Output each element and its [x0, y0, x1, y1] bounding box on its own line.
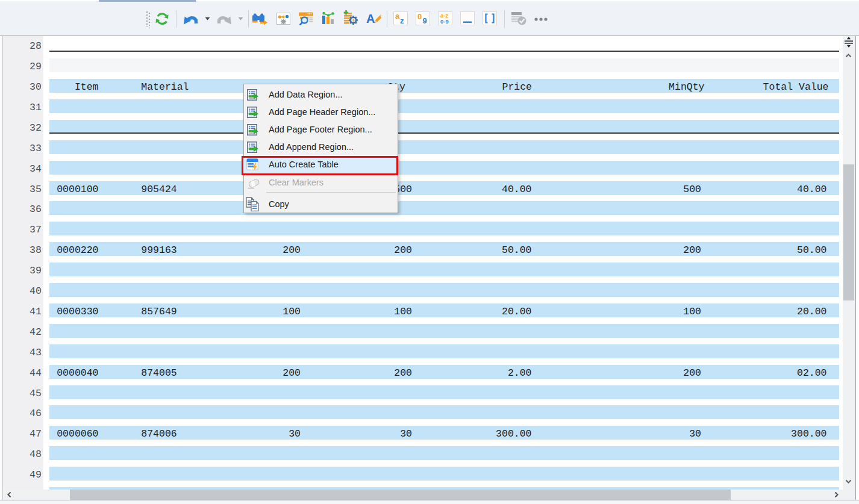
- svg-text:A: A: [366, 13, 375, 25]
- svg-text:z: z: [400, 16, 404, 25]
- svg-text:a: a: [395, 11, 400, 20]
- svg-text:0: 0: [417, 12, 422, 21]
- svg-text:0-9: 0-9: [440, 18, 449, 25]
- svg-text:9: 9: [423, 16, 427, 25]
